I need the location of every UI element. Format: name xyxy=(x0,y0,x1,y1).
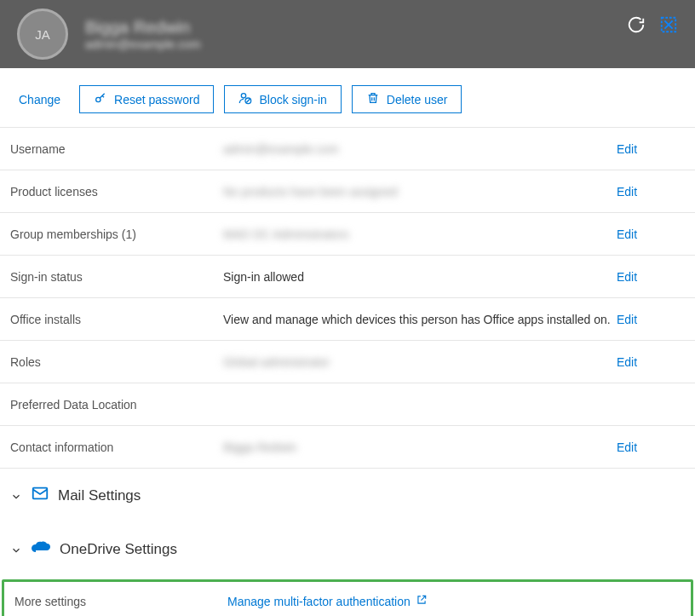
value-groups: MAD DC Administrators xyxy=(223,227,617,241)
onedrive-settings-section[interactable]: OneDrive Settings xyxy=(0,522,695,576)
label-username: Username xyxy=(10,142,223,156)
mail-settings-label: Mail Settings xyxy=(58,487,141,504)
onedrive-settings-label: OneDrive Settings xyxy=(60,541,177,558)
avatar-initials: JA xyxy=(35,27,50,42)
delete-user-label: Delete user xyxy=(387,93,448,107)
more-settings-label: More settings xyxy=(14,595,227,608)
key-icon xyxy=(94,91,107,107)
more-settings-row: More settings Manage multi-factor authen… xyxy=(2,579,693,616)
chevron-down-icon xyxy=(10,490,22,502)
row-preferred: Preferred Data Location xyxy=(0,383,695,426)
reset-password-button[interactable]: Reset password xyxy=(79,85,214,113)
edit-groups[interactable]: Edit xyxy=(617,227,685,241)
label-roles: Roles xyxy=(10,355,223,369)
value-roles: Global administrator xyxy=(223,355,617,369)
value-office: View and manage which devices this perso… xyxy=(223,313,617,326)
label-preferred: Preferred Data Location xyxy=(10,398,223,412)
manage-mfa-text: Manage multi-factor authentication xyxy=(227,595,411,608)
user-email: admin@example.com xyxy=(85,37,201,51)
value-username: admin@example.com xyxy=(223,142,617,156)
edit-licenses[interactable]: Edit xyxy=(617,185,685,199)
change-photo-link[interactable]: Change xyxy=(10,93,69,107)
chevron-down-icon xyxy=(10,544,22,556)
edit-signin[interactable]: Edit xyxy=(617,270,685,284)
label-office: Office installs xyxy=(10,313,223,326)
user-info: Bigga Redwin admin@example.com xyxy=(85,18,201,51)
row-username: Username admin@example.com Edit xyxy=(0,128,695,170)
row-roles: Roles Global administrator Edit xyxy=(0,341,695,383)
row-groups: Group memberships (1) MAD DC Administrat… xyxy=(0,213,695,256)
value-licenses: No products have been assigned xyxy=(223,185,617,199)
edit-contact[interactable]: Edit xyxy=(617,440,685,454)
edit-roles[interactable]: Edit xyxy=(617,355,685,369)
onedrive-icon xyxy=(31,538,51,561)
edit-username[interactable]: Edit xyxy=(617,142,685,156)
label-licenses: Product licenses xyxy=(10,185,223,199)
row-signin: Sign-in status Sign-in allowed Edit xyxy=(0,256,695,298)
close-icon[interactable] xyxy=(659,15,678,34)
svg-point-2 xyxy=(242,94,246,98)
block-signin-label: Block sign-in xyxy=(259,93,326,107)
delete-user-button[interactable]: Delete user xyxy=(352,85,462,113)
value-signin: Sign-in allowed xyxy=(223,270,617,284)
avatar: JA xyxy=(17,9,68,60)
toolbar: Change Reset password Block sign-in Dele… xyxy=(0,68,695,128)
label-contact: Contact information xyxy=(10,440,223,454)
row-office: Office installs View and manage which de… xyxy=(0,298,695,341)
refresh-icon[interactable] xyxy=(627,15,646,34)
external-link-icon xyxy=(416,594,428,608)
edit-office[interactable]: Edit xyxy=(617,313,685,326)
value-contact: Bigga Redwin xyxy=(223,440,617,454)
user-header: JA Bigga Redwin admin@example.com xyxy=(0,0,695,68)
mail-settings-section[interactable]: Mail Settings xyxy=(0,469,695,522)
block-user-icon xyxy=(238,91,252,107)
label-signin: Sign-in status xyxy=(10,270,223,284)
reset-password-label: Reset password xyxy=(114,93,199,107)
label-groups: Group memberships (1) xyxy=(10,227,223,241)
row-contact: Contact information Bigga Redwin Edit xyxy=(0,426,695,469)
manage-mfa-link[interactable]: Manage multi-factor authentication xyxy=(227,594,428,608)
block-signin-button[interactable]: Block sign-in xyxy=(224,85,341,113)
row-licenses: Product licenses No products have been a… xyxy=(0,170,695,213)
mail-icon xyxy=(31,484,49,507)
trash-icon xyxy=(366,91,380,107)
user-display-name: Bigga Redwin xyxy=(85,18,201,37)
